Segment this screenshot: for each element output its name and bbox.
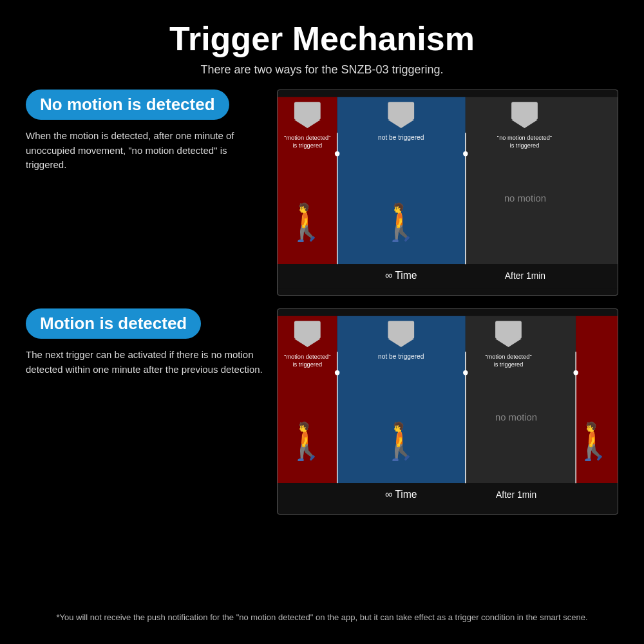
- section1-description: When the motion is detected, after one m…: [26, 129, 264, 173]
- svg-text:"no motion detected": "no motion detected": [497, 135, 552, 141]
- svg-text:🚶: 🚶: [284, 201, 329, 243]
- section2-diagram: "motion detected" is triggered not be tr…: [277, 308, 618, 515]
- svg-rect-2: [466, 97, 618, 264]
- svg-text:"motion detected": "motion detected": [284, 354, 330, 360]
- svg-text:is triggered: is triggered: [510, 142, 540, 149]
- svg-text:∞  Time: ∞ Time: [385, 489, 417, 500]
- svg-text:no motion: no motion: [495, 412, 537, 422]
- svg-text:is triggered: is triggered: [494, 361, 524, 368]
- svg-text:no motion: no motion: [504, 193, 546, 204]
- svg-text:🚶: 🚶: [284, 420, 329, 462]
- svg-text:is triggered: is triggered: [292, 142, 322, 149]
- svg-rect-32: [294, 321, 321, 339]
- svg-text:is triggered: is triggered: [292, 361, 322, 368]
- svg-text:"motion detected": "motion detected": [284, 135, 330, 141]
- page-subtitle: There are two ways for the SNZB-03 trigg…: [26, 63, 618, 77]
- section1-diagram: "motion detected" is triggered not be tr…: [277, 90, 618, 296]
- svg-rect-28: [278, 483, 618, 507]
- svg-rect-36: [495, 321, 522, 339]
- svg-text:not be triggered: not be triggered: [378, 134, 424, 141]
- section-no-motion: No motion is detected When the motion is…: [26, 90, 618, 296]
- svg-rect-10: [511, 102, 538, 120]
- svg-text:∞  Time: ∞ Time: [385, 270, 417, 281]
- svg-point-44: [463, 370, 468, 375]
- svg-text:"motion detected": "motion detected": [485, 354, 531, 360]
- svg-text:🚶: 🚶: [379, 420, 424, 462]
- svg-text:After 1min: After 1min: [496, 489, 536, 500]
- motion-badge: Motion is detected: [26, 308, 201, 339]
- svg-point-45: [573, 370, 578, 375]
- svg-point-17: [335, 151, 339, 156]
- svg-point-18: [463, 151, 468, 156]
- svg-point-43: [335, 370, 339, 375]
- svg-rect-8: [388, 102, 414, 120]
- header: Trigger Mechanism There are two ways for…: [26, 19, 618, 77]
- svg-rect-3: [278, 264, 618, 288]
- footer-note: *You will not receive the push notificat…: [26, 611, 618, 625]
- section2-left: Motion is detected The next trigger can …: [26, 308, 264, 377]
- svg-text:🚶: 🚶: [379, 201, 424, 243]
- page-title: Trigger Mechanism: [26, 19, 618, 58]
- section2-description: The next trigger can be activated if the…: [26, 348, 264, 377]
- svg-text:🚶: 🚶: [571, 420, 616, 462]
- no-motion-badge: No motion is detected: [26, 90, 229, 120]
- page: Trigger Mechanism There are two ways for…: [0, 0, 644, 644]
- svg-rect-6: [294, 102, 321, 120]
- svg-text:not be triggered: not be triggered: [378, 353, 424, 360]
- svg-rect-34: [388, 321, 414, 339]
- svg-rect-26: [466, 316, 576, 483]
- section-motion: Motion is detected The next trigger can …: [26, 308, 618, 515]
- section1-left: No motion is detected When the motion is…: [26, 90, 264, 173]
- sections-container: No motion is detected When the motion is…: [26, 90, 618, 605]
- svg-text:After 1min: After 1min: [505, 270, 545, 281]
